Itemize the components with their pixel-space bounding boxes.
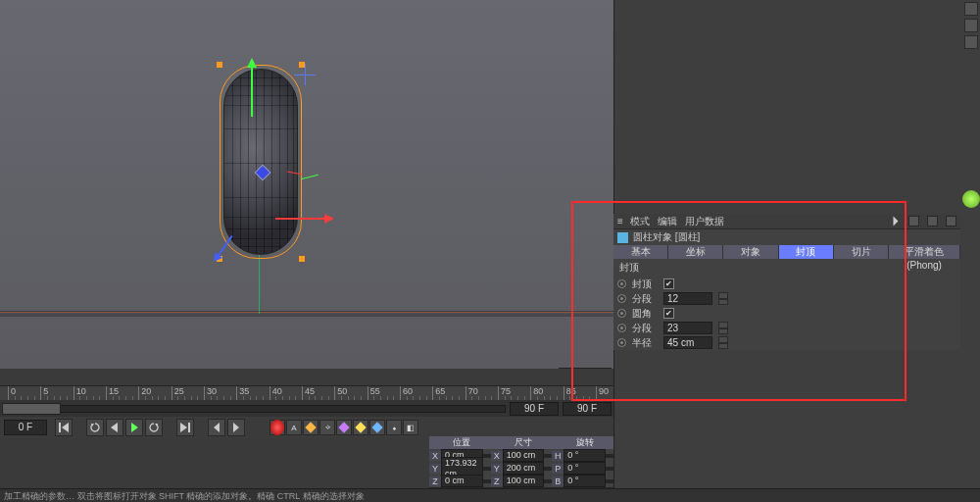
- prop-segments1-input[interactable]: 12: [663, 292, 712, 305]
- tangent-gizmo: [301, 176, 320, 186]
- selected-object-capsule[interactable]: [223, 69, 298, 255]
- attr-object-title: 圆柱对象 [圆柱]: [633, 230, 700, 244]
- goto-end-button[interactable]: [176, 419, 194, 436]
- key-position-icon[interactable]: [336, 420, 352, 435]
- timeline-thumb[interactable]: [2, 403, 61, 415]
- spinner[interactable]: [606, 454, 613, 458]
- key-selection-icon[interactable]: ⟡: [319, 420, 335, 435]
- spinner[interactable]: [483, 467, 491, 471]
- anim-dot-icon[interactable]: [617, 324, 626, 332]
- prop-fillet-checkbox[interactable]: [663, 308, 674, 319]
- coords-header-size: 尺寸: [503, 436, 545, 449]
- spinner[interactable]: [483, 479, 491, 483]
- key-param-icon[interactable]: ⬥: [386, 420, 402, 435]
- timeline-end-frame[interactable]: 90 F: [563, 402, 612, 416]
- timeline-ruler[interactable]: 051015202530354045505560657075808590: [0, 386, 613, 400]
- selection-handle[interactable]: [217, 62, 222, 68]
- transport-bar: 0 F A ⟡ ⬥ ◧: [0, 417, 613, 438]
- attr-func-icon[interactable]: [927, 216, 938, 226]
- ruler-tick: 25: [172, 386, 172, 400]
- anim-dot-icon[interactable]: [617, 294, 626, 303]
- timeline-current-frame[interactable]: 90 F: [510, 402, 559, 416]
- attr-nav-icon[interactable]: [908, 216, 919, 226]
- coords-header-position: 位置: [441, 436, 483, 449]
- ruler-tick: 5: [40, 386, 41, 400]
- prop-radius-input[interactable]: 45 cm: [663, 336, 712, 349]
- attr-menu-mode[interactable]: 模式: [630, 215, 650, 228]
- spinner[interactable]: [483, 454, 491, 458]
- tab-slice[interactable]: 切片: [834, 245, 889, 259]
- svg-marker-3: [111, 423, 118, 432]
- prop-fillet-row: 圆角: [613, 306, 960, 321]
- key-scale-icon[interactable]: [353, 420, 368, 435]
- prop-segments1-row: 分段 12: [613, 291, 960, 306]
- capsule-mesh: [223, 69, 298, 255]
- anim-dot-icon[interactable]: [617, 279, 626, 288]
- ruler-tick: 70: [466, 386, 466, 400]
- next-key-button[interactable]: [227, 419, 245, 436]
- tab-phong[interactable]: 平滑着色(Phong): [889, 245, 960, 259]
- tab-object[interactable]: 对象: [723, 245, 778, 259]
- attribute-manager: ≡ 模式 编辑 用户数据 圆柱对象 [圆柱] 基本 坐标 对象 封顶 切片 平滑…: [613, 214, 960, 350]
- loop-button[interactable]: [86, 419, 104, 436]
- key-pla-icon[interactable]: ◧: [403, 420, 418, 435]
- spinner[interactable]: [544, 454, 552, 458]
- right-mini-icon[interactable]: [964, 35, 978, 49]
- coords-row: Z0 cmZ100 cmB0 °: [429, 475, 613, 487]
- prev-key-button[interactable]: [208, 419, 225, 436]
- tab-caps[interactable]: 封顶: [779, 245, 834, 259]
- timeline-scrollbar: 90 F 90 F: [0, 400, 613, 418]
- anim-dot-icon[interactable]: [617, 309, 626, 318]
- coords-pos-input[interactable]: 0 cm: [441, 475, 483, 487]
- history-back-icon[interactable]: [894, 217, 899, 226]
- ruler-tick: 20: [138, 386, 139, 400]
- spinner[interactable]: [606, 467, 613, 471]
- tab-coord[interactable]: 坐标: [668, 245, 723, 259]
- coords-size-input[interactable]: 100 cm: [503, 449, 545, 462]
- selection-handle[interactable]: [299, 256, 305, 262]
- timeline: 051015202530354045505560657075808590 90 …: [0, 385, 613, 417]
- spinner[interactable]: [544, 479, 552, 483]
- viewport[interactable]: 网格间距 10000 cm: [0, 0, 613, 369]
- tab-basic[interactable]: 基本: [613, 245, 668, 259]
- play-forward-button[interactable]: [125, 419, 143, 436]
- key-rotation-icon[interactable]: [369, 420, 385, 435]
- coords-rot-input[interactable]: 0 °: [564, 475, 606, 487]
- play-backward-button[interactable]: [106, 419, 123, 436]
- coords-rot-input[interactable]: 0 °: [564, 449, 606, 462]
- coords-size-input[interactable]: 100 cm: [503, 475, 545, 487]
- attr-menu-userdata[interactable]: 用户数据: [685, 215, 724, 228]
- right-mini-icon[interactable]: [964, 19, 978, 32]
- spinner[interactable]: [718, 322, 728, 334]
- ruler-tick: 0: [8, 386, 9, 400]
- spinner[interactable]: [718, 292, 728, 305]
- axis-x-arrow[interactable]: [273, 218, 332, 220]
- attr-lock-icon[interactable]: [946, 216, 956, 226]
- attr-menu-edit[interactable]: 编辑: [658, 215, 677, 228]
- axis-y-arrow[interactable]: [251, 60, 253, 119]
- key-diamond-icon[interactable]: [303, 420, 318, 435]
- record-button[interactable]: [270, 420, 285, 435]
- coords-rot-input[interactable]: 0 °: [564, 462, 606, 475]
- goto-start-button[interactable]: [55, 419, 73, 436]
- frame-start-input[interactable]: 0 F: [4, 420, 47, 435]
- loop-forward-button[interactable]: [145, 419, 163, 436]
- right-mini-icon[interactable]: [964, 2, 978, 16]
- viewport-floor: [0, 311, 613, 317]
- render-status-icon[interactable]: [962, 190, 980, 208]
- coords-row: Y173.932 cmY200 cmP0 °: [429, 462, 613, 475]
- coords-size-input[interactable]: 200 cm: [503, 462, 545, 475]
- spinner[interactable]: [606, 479, 613, 483]
- attr-hamburger-icon[interactable]: ≡: [617, 216, 622, 226]
- prop-segments2-input[interactable]: 23: [663, 322, 712, 334]
- autokey-button[interactable]: A: [286, 420, 302, 435]
- anim-dot-icon[interactable]: [617, 338, 626, 347]
- timeline-track[interactable]: [2, 405, 506, 413]
- spinner[interactable]: [544, 467, 552, 471]
- svg-rect-0: [59, 423, 61, 432]
- ruler-tick: 85: [564, 386, 564, 400]
- coords-axis-label: X: [491, 451, 503, 461]
- spinner[interactable]: [718, 336, 728, 349]
- ruler-tick: 35: [236, 386, 237, 400]
- prop-caps-checkbox[interactable]: [663, 278, 674, 289]
